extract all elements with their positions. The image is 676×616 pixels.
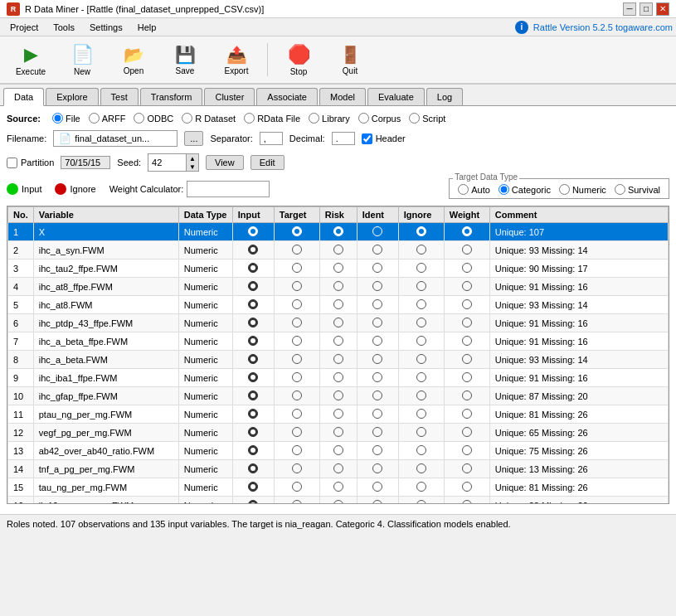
table-row[interactable]: 11 ptau_ng_per_mg.FWM Numeric Unique: 81… [8,405,669,424]
seed-up-button[interactable]: ▲ [187,154,198,162]
execute-button[interactable]: ▶ Execute [7,39,55,80]
cell-risk[interactable] [319,278,357,296]
cell-ident[interactable] [357,223,398,241]
cell-input[interactable] [232,296,274,314]
cell-ident[interactable] [357,369,398,387]
cell-ident[interactable] [357,497,398,505]
cell-ident[interactable] [357,241,398,259]
cell-input[interactable] [232,351,274,369]
cell-input[interactable] [232,460,274,478]
cell-ignore[interactable] [398,405,444,424]
cell-input[interactable] [232,259,274,278]
cell-weight[interactable] [444,241,489,259]
menu-project[interactable]: Project [3,21,45,34]
partition-checkbox-label[interactable]: Partition [7,158,54,168]
table-row[interactable]: 7 ihc_a_beta_ffpe.FWM Numeric Unique: 91… [8,332,669,351]
source-odbc[interactable]: ODBC [134,113,173,124]
menu-tools[interactable]: Tools [46,21,81,34]
cell-risk[interactable] [319,241,357,259]
cell-ignore[interactable] [398,278,444,296]
cell-input[interactable] [232,241,274,259]
separator-input[interactable] [260,132,283,145]
cell-risk[interactable] [319,497,357,505]
cell-input[interactable] [232,314,274,332]
cell-ignore[interactable] [398,497,444,505]
table-row[interactable]: 16 il_10_pg_per_mg.FWM Numeric Unique: 2… [8,497,669,505]
seed-down-button[interactable]: ▼ [187,162,198,171]
cell-input[interactable] [232,405,274,424]
tab-data[interactable]: Data [3,88,44,106]
target-numeric[interactable]: Numeric [559,184,606,195]
cell-ignore[interactable] [398,460,444,478]
table-row[interactable]: 3 ihc_tau2_ffpe.FWM Numeric Unique: 90 M… [8,259,669,278]
tab-test[interactable]: Test [100,88,139,105]
cell-target[interactable] [274,442,319,460]
cell-input[interactable] [232,497,274,505]
table-row[interactable]: 6 ihc_ptdp_43_ffpe.FWM Numeric Unique: 9… [8,314,669,332]
cell-ident[interactable] [357,442,398,460]
partition-checkbox[interactable] [7,158,17,168]
cell-weight[interactable] [444,332,489,351]
source-arff[interactable]: ARFF [89,113,126,124]
menu-help[interactable]: Help [131,21,163,34]
cell-risk[interactable] [319,296,357,314]
cell-ident[interactable] [357,259,398,278]
cell-ignore[interactable] [398,369,444,387]
table-row[interactable]: 5 ihc_at8.FWM Numeric Unique: 93 Missing… [8,296,669,314]
cell-ignore[interactable] [398,387,444,405]
save-button[interactable]: 💾 Save [161,39,209,80]
cell-target[interactable] [274,296,319,314]
table-row[interactable]: 15 tau_ng_per_mg.FWM Numeric Unique: 81 … [8,478,669,497]
cell-weight[interactable] [444,478,489,497]
cell-input[interactable] [232,332,274,351]
cell-weight[interactable] [444,369,489,387]
cell-target[interactable] [274,369,319,387]
cell-target[interactable] [274,314,319,332]
cell-weight[interactable] [444,405,489,424]
title-bar-controls[interactable]: ─ □ ✕ [623,2,669,16]
view-button[interactable]: View [206,155,244,170]
seed-input[interactable] [148,157,186,168]
tab-log[interactable]: Log [426,88,463,105]
cell-input[interactable] [232,424,274,442]
cell-weight[interactable] [444,460,489,478]
cell-weight[interactable] [444,351,489,369]
filename-box[interactable]: 📄 final_dataset_un... [53,130,178,147]
table-row[interactable]: 8 ihc_a_beta.FWM Numeric Unique: 93 Miss… [8,351,669,369]
cell-ident[interactable] [357,296,398,314]
table-row[interactable]: 9 ihc_iba1_ffpe.FWM Numeric Unique: 91 M… [8,369,669,387]
source-file[interactable]: File [52,113,80,124]
cell-input[interactable] [232,387,274,405]
cell-risk[interactable] [319,460,357,478]
cell-risk[interactable] [319,259,357,278]
partition-input[interactable] [61,156,110,169]
cell-target[interactable] [274,460,319,478]
cell-weight[interactable] [444,259,489,278]
header-checkbox-label[interactable]: Header [362,133,406,144]
tab-associate[interactable]: Associate [256,88,318,105]
cell-ident[interactable] [357,424,398,442]
cell-ignore[interactable] [398,332,444,351]
table-row[interactable]: 12 vegf_pg_per_mg.FWM Numeric Unique: 65… [8,424,669,442]
table-row[interactable]: 13 ab42_over_ab40_ratio.FWM Numeric Uniq… [8,442,669,460]
cell-ignore[interactable] [398,259,444,278]
cell-ident[interactable] [357,278,398,296]
decimal-input[interactable] [332,132,355,145]
cell-risk[interactable] [319,314,357,332]
cell-ident[interactable] [357,387,398,405]
cell-input[interactable] [232,369,274,387]
cell-target[interactable] [274,223,319,241]
cell-input[interactable] [232,223,274,241]
tab-model[interactable]: Model [319,88,366,105]
cell-target[interactable] [274,478,319,497]
cell-risk[interactable] [319,223,357,241]
cell-ident[interactable] [357,332,398,351]
cell-risk[interactable] [319,424,357,442]
cell-ident[interactable] [357,314,398,332]
maximize-button[interactable]: □ [640,2,653,16]
cell-target[interactable] [274,241,319,259]
header-checkbox[interactable] [362,133,372,144]
cell-target[interactable] [274,424,319,442]
close-button[interactable]: ✕ [656,2,669,16]
table-row[interactable]: 10 ihc_gfap_ffpe.FWM Numeric Unique: 87 … [8,387,669,405]
